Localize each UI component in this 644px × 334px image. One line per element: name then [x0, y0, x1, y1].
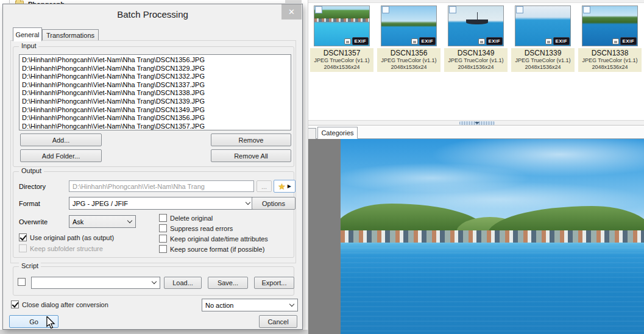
load-button[interactable]: Load...	[164, 277, 202, 289]
thumbnail-checkbox[interactable]	[449, 6, 456, 13]
thumbnail-size: 2048x1536x24	[578, 64, 642, 71]
browser-panel: EXIF DSCN1357 JPEG TrueColor (v1.1) 2048…	[308, 0, 644, 334]
partial-tab[interactable]	[308, 128, 316, 139]
thumbnail-cell[interactable]: EXIF DSCN1356 JPEG TrueColor (v1.1) 2048…	[377, 4, 441, 72]
thumbnail-flag-icon	[612, 38, 619, 44]
thumbnail-cell[interactable]: EXIF DSCN1338 JPEG TrueColor (v1.1) 2048…	[578, 4, 642, 72]
thumbnail-checkbox[interactable]	[382, 6, 389, 13]
thumbnail-flag-icon	[411, 38, 418, 44]
thumbnail-cell[interactable]: EXIF DSCN1339 JPEG TrueColor (v1.1) 2048…	[511, 4, 575, 72]
file-list-item[interactable]: D:\Hinhanh\Phongcanh\Viet-Nam\Nha Trang\…	[22, 106, 288, 115]
checkbox-box	[19, 244, 27, 252]
checkbox-box[interactable]	[11, 300, 19, 308]
checkbox-box[interactable]	[159, 214, 167, 222]
thumbnail-checkbox[interactable]	[315, 6, 322, 13]
cancel-button[interactable]: Cancel	[259, 315, 297, 328]
checkbox-box[interactable]	[19, 233, 27, 241]
preview-tab-row: Categories	[308, 126, 644, 139]
checkbox-box[interactable]	[18, 278, 26, 286]
add-button[interactable]: Add...	[20, 133, 102, 146]
pane-splitter[interactable]	[308, 120, 644, 126]
thumbnail-name: DSCN1338	[578, 49, 642, 57]
checkbox-box[interactable]	[159, 245, 167, 253]
thumbnail-flag-icon	[545, 38, 552, 44]
export-button[interactable]: Export...	[254, 277, 294, 289]
remove-button[interactable]: Remove	[211, 133, 291, 146]
file-list-item[interactable]: D:\Hinhanh\Phongcanh\Viet-Nam\Nha Trang\…	[22, 114, 288, 123]
thumbnail-cell[interactable]: EXIF DSCN1349 JPEG TrueColor (v1.1) 2048…	[444, 4, 508, 72]
remove-all-button[interactable]: Remove All	[211, 149, 291, 162]
post-action-select[interactable]: No action	[202, 299, 298, 311]
thumbnail-image[interactable]: EXIF	[448, 5, 504, 46]
file-list-item[interactable]: D:\Hinhanh\Phongcanh\Viet-Nam\Nha Trang\…	[22, 56, 288, 65]
thumbnail-flag-icon	[344, 38, 351, 44]
photo-water	[341, 243, 644, 334]
keep-source-format-checkbox[interactable]: Keep source format (if possible)	[159, 245, 264, 253]
browse-button[interactable]: ...	[257, 180, 272, 192]
thumbnail-checkbox[interactable]	[516, 6, 523, 13]
exif-badge: EXIF	[419, 37, 436, 45]
exif-badge: EXIF	[352, 37, 369, 45]
thumbnail-label: DSCN1338 JPEG TrueColor (v1.1) 2048x1536…	[578, 48, 642, 72]
tab-categories[interactable]: Categories	[317, 127, 358, 139]
script-checkbox[interactable]	[18, 278, 26, 286]
keep-datetime-checkbox[interactable]: Keep original date/time attributes	[159, 235, 268, 243]
checkbox-label: Keep original date/time attributes	[170, 235, 268, 243]
overwrite-label: Overwrite	[19, 218, 48, 226]
splitter-collapse-handle[interactable]	[459, 121, 495, 125]
checkbox-box[interactable]	[159, 224, 167, 232]
thumbnail-image[interactable]: EXIF	[582, 5, 638, 46]
favorites-button[interactable]: ★ ▶	[274, 180, 295, 193]
keep-subfolder-checkbox: Keep subfolder structure	[19, 244, 103, 252]
script-select[interactable]	[31, 277, 160, 289]
overwrite-value: Ask	[73, 218, 83, 226]
use-original-path-checkbox[interactable]: Use original path (as output)	[19, 233, 114, 241]
tab-transformations[interactable]: Transformations	[42, 29, 99, 41]
checkbox-label: Suppress read errors	[170, 225, 233, 232]
file-list-item[interactable]: D:\Hinhanh\Phongcanh\Viet-Nam\Nha Trang\…	[22, 123, 288, 130]
suppress-read-errors-checkbox[interactable]: Suppress read errors	[159, 224, 233, 232]
tab-general[interactable]: General	[13, 27, 42, 41]
input-group-label: Input	[19, 42, 38, 49]
thumbnail-image[interactable]: EXIF	[314, 5, 370, 46]
add-folder-button[interactable]: Add Folder...	[20, 149, 102, 162]
photo-village-strip	[341, 230, 644, 243]
input-file-list[interactable]: D:\Hinhanh\Phongcanh\Viet-Nam\Nha Trang\…	[19, 54, 291, 130]
save-button[interactable]: Save...	[208, 277, 248, 289]
thumbnail-image[interactable]: EXIF	[515, 5, 571, 46]
close-after-conversion-checkbox[interactable]: Close dialog after conversion	[11, 300, 108, 308]
thumbnail-format: JPEG TrueColor (v1.1)	[511, 57, 575, 64]
thumbnail-image[interactable]: EXIF	[381, 5, 437, 46]
format-select[interactable]: JPG - JPEG / JFIF	[69, 197, 254, 210]
preview-pane[interactable]	[308, 139, 644, 334]
thumbnail-format: JPEG TrueColor (v1.1)	[310, 57, 373, 64]
exif-badge: EXIF	[486, 37, 503, 45]
file-list-item[interactable]: D:\Hinhanh\Phongcanh\Viet-Nam\Nha Trang\…	[22, 89, 288, 98]
file-list-item[interactable]: D:\Hinhanh\Phongcanh\Viet-Nam\Nha Trang\…	[22, 98, 288, 106]
options-button[interactable]: Options	[252, 197, 295, 210]
exif-badge: EXIF	[553, 37, 570, 45]
directory-field[interactable]: D:\Hinhanh\Phongcanh\Viet-Nam\Nha Trang	[69, 180, 254, 192]
checkbox-label: Use original path (as output)	[30, 234, 114, 241]
preview-photo	[341, 139, 644, 334]
checkbox-label: Keep subfolder structure	[30, 245, 103, 252]
overwrite-select[interactable]: Ask	[69, 215, 136, 228]
thumbnail-checkbox[interactable]	[583, 6, 590, 13]
thumbnail-name: DSCN1357	[310, 49, 373, 57]
thumbnail-name: DSCN1356	[377, 49, 441, 57]
file-list-item[interactable]: D:\Hinhanh\Phongcanh\Viet-Nam\Nha Trang\…	[22, 73, 288, 81]
file-list-item[interactable]: D:\Hinhanh\Phongcanh\Viet-Nam\Nha Trang\…	[22, 81, 288, 90]
browser-top-strip	[308, 0, 644, 3]
output-group-label: Output	[19, 167, 44, 174]
chevron-down-icon	[289, 301, 294, 306]
close-icon[interactable]: ✕	[281, 4, 302, 20]
dialog-title: Batch Processing	[3, 9, 302, 20]
thumbnail-label: DSCN1357 JPEG TrueColor (v1.1) 2048x1536…	[310, 48, 373, 72]
thumbnail-cell[interactable]: EXIF DSCN1357 JPEG TrueColor (v1.1) 2048…	[310, 4, 373, 72]
thumbnail-name: DSCN1349	[444, 49, 508, 57]
checkbox-box[interactable]	[159, 235, 167, 243]
thumbnail-label: DSCN1356 JPEG TrueColor (v1.1) 2048x1536…	[377, 48, 441, 72]
file-list-item[interactable]: D:\Hinhanh\Phongcanh\Viet-Nam\Nha Trang\…	[22, 65, 288, 73]
delete-original-checkbox[interactable]: Delete original	[159, 214, 213, 222]
script-group-label: Script	[19, 262, 41, 269]
